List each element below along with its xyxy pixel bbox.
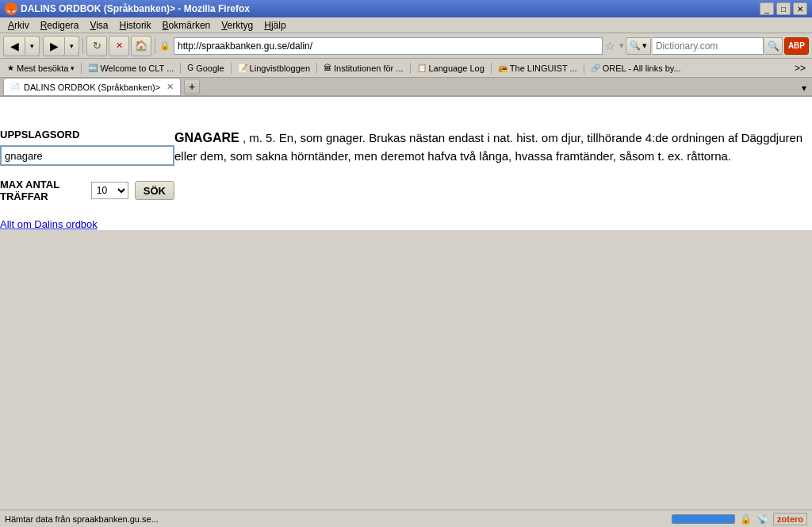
menu-verktyg[interactable]: Verktyg [216, 18, 258, 33]
bookmark-orel[interactable]: 🔗 OREL - All links by... [587, 62, 685, 75]
hits-select[interactable]: 10 20 50 100 [91, 182, 128, 199]
page-content: UPPSLAGSORD MAX ANTAL TRÄFFAR 10 20 50 1… [0, 97, 812, 230]
bookmark-linguist[interactable]: 📻 The LINGUIST ... [494, 62, 581, 75]
url-container: 🔒 ☆ ▾ [159, 37, 624, 55]
back-button[interactable]: ◀ [3, 36, 25, 56]
bookmark-label: OREL - All links by... [603, 63, 681, 73]
security-icon[interactable]: 🔒 [740, 514, 752, 525]
window-title: DALINS ORDBOK (Språkbanken)> - Mozilla F… [21, 3, 250, 14]
url-input[interactable] [174, 37, 603, 55]
menu-bar: Arkiv Redigera Visa Historik Bokmärken V… [0, 17, 812, 33]
network-icon: 📡 [756, 514, 768, 525]
google-icon: G [187, 63, 193, 72]
search-engine-button[interactable]: 🔍 ▾ [626, 37, 651, 55]
status-bar: Hämtar data från spraakbanken.gu.se... 🔒… [0, 510, 812, 527]
url-dropdown-btn[interactable]: ▾ [619, 40, 624, 51]
tab-close-button[interactable]: ✕ [167, 82, 174, 92]
bookmark-lingvistbloggen[interactable]: 📝 Lingvistbloggen [234, 62, 314, 75]
bookmark-institutionen[interactable]: 🏛 Institutionen för ... [320, 62, 407, 75]
new-tab-button[interactable]: + [184, 79, 200, 94]
bookmarks-bar: ★ Mest besökta ▾ 🔤 Welcome to CLT ... G … [0, 59, 812, 78]
bookmark-sep-1 [81, 63, 82, 74]
allt-om-dalins-link[interactable]: Allt om Dalins ordbok [0, 218, 174, 230]
status-text: Hämtar data från spraakbanken.gu.se... [5, 514, 159, 524]
bookmark-sep-4 [316, 63, 317, 74]
close-button[interactable]: ✕ [793, 2, 807, 15]
window-controls: _ □ ✕ [760, 2, 807, 15]
menu-hjalp[interactable]: Hjälp [259, 18, 290, 33]
search-go-button[interactable]: 🔍 [765, 37, 783, 55]
menu-historik[interactable]: Historik [115, 18, 156, 33]
blog-icon: 📝 [238, 63, 247, 72]
bookmark-label: Lingvistbloggen [250, 63, 310, 73]
tab-label: DALINS ORDBOK (Språkbanken)> [24, 83, 160, 92]
progress-bar [672, 514, 735, 524]
bookmark-label: Language Log [429, 63, 485, 73]
max-antal-label: MAX ANTAL TRÄFFAR [0, 179, 85, 202]
definition-headword: GNAGARE [174, 131, 239, 144]
engine-label: ▾ [642, 40, 647, 51]
navigation-bar: ◀ ▾ ▶ ▾ ↻ ✕ 🏠 🔒 ☆ ▾ 🔍 ▾ 🔍 ABP [0, 33, 812, 59]
bookmark-sep-7 [584, 63, 584, 74]
max-hits-row: MAX ANTAL TRÄFFAR 10 20 50 100 SÖK [0, 179, 174, 202]
stop-button[interactable]: ✕ [109, 36, 129, 56]
bookmark-star-icon[interactable]: ☆ [605, 40, 615, 52]
menu-arkiv[interactable]: Arkiv [3, 18, 34, 33]
bookmarks-more-button[interactable]: >> [791, 63, 809, 74]
tabs-bar: 📄 DALINS ORDBOK (Språkbanken)> ✕ + ▾ [0, 78, 812, 97]
bookmark-sep-2 [180, 63, 181, 74]
bookmark-language-log[interactable]: 📋 Language Log [413, 62, 488, 75]
title-bar: 🦊 DALINS ORDBOK (Språkbanken)> - Mozilla… [0, 0, 812, 17]
maximize-button[interactable]: □ [776, 2, 791, 15]
chevron-down-icon: ▾ [71, 64, 75, 72]
status-right: 🔒 📡 zotero [672, 513, 807, 525]
bookmark-mest-besokta[interactable]: ★ Mest besökta ▾ [3, 62, 79, 75]
bookmark-label: Google [196, 63, 224, 73]
progress-fill [672, 515, 734, 523]
uppslagsord-input[interactable] [0, 145, 174, 166]
tabs-dropdown-button[interactable]: ▾ [799, 83, 809, 94]
zotero-button[interactable]: zotero [773, 513, 807, 525]
inst-icon: 🏛 [324, 63, 331, 72]
search-input[interactable] [653, 37, 764, 55]
page-icon: 🔒 [159, 40, 171, 52]
star-icon: ★ [7, 63, 14, 72]
search-container: 🔍 ▾ 🔍 ABP [626, 37, 809, 55]
forward-button[interactable]: ▶ [43, 36, 65, 56]
orel-icon: 🔗 [591, 63, 600, 72]
bookmark-sep-3 [231, 63, 232, 74]
back-arrow[interactable]: ▾ [25, 36, 40, 56]
sok-button[interactable]: SÖK [135, 181, 174, 200]
definition-panel: GNAGARE , m. 5. En, som gnager. Brukas n… [174, 97, 812, 230]
bookmark-label: Welcome to CLT ... [100, 63, 174, 73]
clt-icon: 🔤 [88, 63, 98, 72]
nav-separator-1 [82, 38, 83, 54]
definition-body: , m. 5. En, som gnager. Brukas nästan en… [174, 131, 802, 163]
nav-separator-2 [155, 38, 155, 54]
firefox-icon: 🦊 [5, 2, 17, 15]
bookmark-label: The LINGUIST ... [510, 63, 577, 73]
search-panel: UPPSLAGSORD MAX ANTAL TRÄFFAR 10 20 50 1… [0, 97, 174, 230]
menu-visa[interactable]: Visa [85, 18, 113, 33]
bookmark-label: Mest besökta [17, 63, 68, 73]
engine-icon: 🔍 [630, 40, 641, 51]
linguist-icon: 📻 [498, 63, 508, 72]
active-tab[interactable]: 📄 DALINS ORDBOK (Språkbanken)> ✕ [3, 78, 181, 95]
bookmark-sep-6 [491, 63, 492, 74]
log-icon: 📋 [417, 63, 427, 72]
bookmark-sep-5 [410, 63, 411, 74]
definition-text: GNAGARE , m. 5. En, som gnager. Brukas n… [174, 129, 812, 166]
bookmark-clt[interactable]: 🔤 Welcome to CLT ... [84, 62, 178, 75]
bookmark-google[interactable]: G Google [183, 62, 228, 75]
reload-button[interactable]: ↻ [86, 36, 107, 56]
forward-arrow[interactable]: ▾ [65, 36, 79, 56]
bookmark-label: Institutionen för ... [334, 63, 403, 73]
minimize-button[interactable]: _ [760, 2, 774, 15]
uppslagsord-label: UPPSLAGSORD [0, 129, 174, 140]
menu-bokmarken[interactable]: Bokmärken [158, 18, 216, 33]
adblock-button[interactable]: ABP [784, 37, 809, 55]
tab-favicon: 📄 [10, 83, 20, 91]
menu-redigera[interactable]: Redigera [36, 18, 84, 33]
home-button[interactable]: 🏠 [131, 36, 151, 56]
